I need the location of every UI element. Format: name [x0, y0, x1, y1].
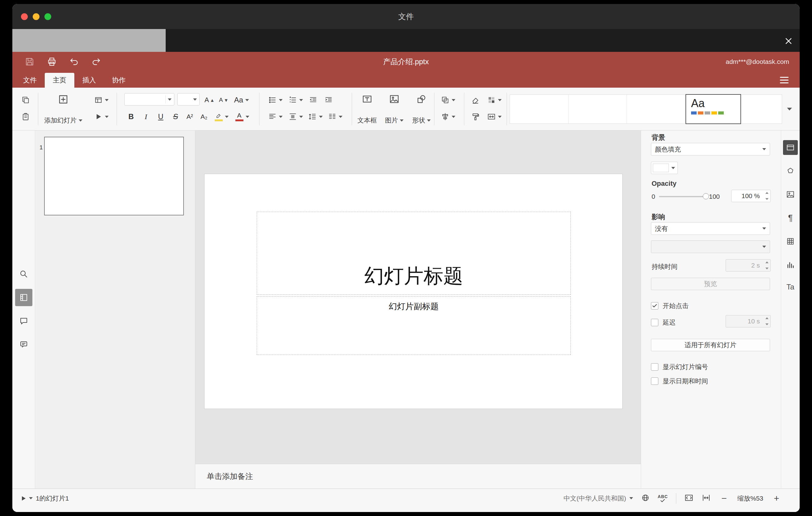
shape-button[interactable]: 形状 — [409, 92, 434, 126]
tab-home[interactable]: 主页 — [45, 73, 74, 88]
spinner-up-icon[interactable] — [765, 261, 768, 263]
spinner-down-icon[interactable] — [765, 267, 768, 269]
subtitle-placeholder[interactable]: 幻灯片副标题 — [257, 296, 571, 355]
shape-settings-button[interactable] — [783, 164, 798, 178]
add-slide-button[interactable]: 添加幻灯片 — [42, 92, 85, 126]
tab-collaboration[interactable]: 协作 — [104, 73, 134, 88]
italic-button[interactable]: I — [139, 110, 153, 123]
apply-to-all-slides-button[interactable]: 适用于所有幻灯片 — [651, 339, 770, 351]
copy-icon — [21, 96, 30, 104]
shape-settings-icon — [786, 167, 795, 175]
opacity-slider[interactable] — [659, 196, 706, 197]
opacity-slider-knob[interactable] — [703, 193, 709, 199]
font-color-button[interactable]: A — [233, 110, 252, 123]
effect-select[interactable]: 没有 — [651, 222, 770, 235]
zoom-in-button[interactable]: + — [771, 492, 782, 505]
slide-layout-button[interactable] — [92, 93, 111, 107]
numbering-icon — [288, 96, 297, 104]
theme-tile-2[interactable] — [569, 95, 627, 123]
slides-panel-button[interactable] — [15, 289, 32, 306]
underline-button[interactable]: U — [154, 110, 168, 123]
increase-indent-button[interactable] — [321, 93, 336, 107]
spinner-down-icon[interactable] — [765, 198, 768, 200]
columns-button[interactable] — [326, 110, 344, 123]
strikethrough-button[interactable]: S — [169, 110, 182, 123]
notes-area[interactable]: 单击添加备注 — [195, 464, 641, 489]
preview-button[interactable]: 预览 — [651, 278, 770, 290]
highlight-icon — [215, 112, 223, 121]
image-button[interactable]: 图片 — [381, 92, 407, 126]
slide-size-button[interactable] — [484, 110, 504, 123]
spellcheck-button[interactable]: ABC — [658, 494, 668, 503]
delay-checkbox[interactable]: 延迟 — [651, 318, 676, 327]
fill-color-swatch[interactable] — [651, 162, 678, 174]
spinner-up-icon[interactable] — [765, 192, 768, 194]
slide-thumbnail-1[interactable] — [44, 137, 184, 216]
fill-type-select[interactable]: 颜色填充 — [651, 143, 770, 155]
fit-slide-button[interactable] — [684, 493, 694, 504]
delay-spinner[interactable]: 10 s — [726, 315, 771, 327]
arrange-button[interactable] — [438, 93, 458, 107]
highlight-color-button[interactable] — [212, 110, 231, 123]
paste-button[interactable] — [19, 110, 33, 123]
search-panel-button[interactable] — [15, 265, 32, 283]
theme-tile-3[interactable] — [627, 95, 685, 123]
fit-width-button[interactable] — [701, 493, 711, 504]
align-objects-button[interactable] — [438, 110, 458, 123]
textbox-button[interactable]: 文本框 — [355, 92, 379, 126]
clear-style-button[interactable] — [468, 93, 483, 107]
arrange-icon — [441, 96, 450, 104]
bold-button[interactable]: B — [124, 110, 138, 123]
copy-style-button[interactable] — [468, 110, 483, 123]
language-select[interactable]: 中文(中华人民共和国) — [564, 494, 633, 503]
start-slideshow-status-button[interactable] — [20, 495, 33, 502]
title-placeholder[interactable]: 幻灯片标题 — [257, 212, 571, 295]
align-button[interactable] — [266, 110, 285, 123]
effect-variant-select[interactable] — [651, 240, 770, 253]
show-date-time-checkbox[interactable]: 显示日期和时间 — [651, 377, 708, 385]
tab-insert[interactable]: 插入 — [74, 73, 104, 88]
bullets-icon — [268, 96, 277, 104]
tab-file[interactable]: 文件 — [15, 73, 45, 88]
subscript-button[interactable]: A₂ — [197, 110, 211, 123]
spinner-up-icon[interactable] — [765, 317, 768, 319]
feedback-panel-button[interactable] — [15, 336, 32, 353]
copy-button[interactable] — [19, 93, 33, 107]
superscript-button[interactable]: A² — [183, 110, 197, 123]
line-spacing-button[interactable] — [306, 110, 324, 123]
bullets-button[interactable] — [266, 93, 285, 107]
start-on-click-checkbox[interactable]: 开始点击 — [651, 302, 689, 310]
comments-panel-button[interactable] — [15, 312, 32, 329]
start-slideshow-button[interactable] — [92, 110, 111, 123]
paragraph-settings-button[interactable]: ¶ — [783, 210, 798, 225]
font-name-select[interactable] — [124, 93, 174, 106]
fit-width-icon — [701, 493, 711, 503]
textart-settings-button[interactable]: Ta — [783, 280, 798, 294]
font-size-select[interactable] — [177, 93, 200, 106]
increase-font-button[interactable]: A▲ — [203, 93, 216, 107]
chevron-down-icon — [452, 99, 455, 101]
theme-tile-selected[interactable]: Aa — [686, 94, 741, 124]
document-language-button[interactable] — [641, 493, 650, 503]
decrease-indent-button[interactable] — [306, 93, 320, 107]
zoom-level: 缩放%53 — [737, 494, 763, 503]
opacity-spinner[interactable]: 100 % — [731, 190, 771, 202]
theme-tile-1[interactable] — [510, 95, 568, 123]
menu-button[interactable] — [780, 75, 789, 85]
fill-color-button[interactable] — [484, 93, 504, 107]
table-settings-button[interactable] — [783, 234, 798, 249]
decrease-font-button[interactable]: A▼ — [217, 93, 230, 107]
spinner-down-icon[interactable] — [765, 323, 768, 325]
chart-settings-button[interactable] — [783, 257, 798, 272]
change-case-button[interactable]: Aa — [232, 93, 252, 107]
image-settings-button[interactable] — [783, 187, 798, 202]
zoom-out-button[interactable]: − — [719, 492, 729, 505]
vertical-align-button[interactable] — [286, 110, 305, 123]
editor-canvas: 幻灯片标题 幻灯片副标题 — [195, 131, 641, 464]
theme-gallery-expand-button[interactable] — [784, 103, 795, 115]
slide-settings-button[interactable] — [783, 140, 798, 155]
close-button[interactable] — [783, 35, 794, 47]
duration-spinner[interactable]: 2 s — [726, 259, 771, 271]
show-slide-number-checkbox[interactable]: 显示幻灯片编号 — [651, 363, 708, 371]
numbering-button[interactable] — [286, 93, 305, 107]
